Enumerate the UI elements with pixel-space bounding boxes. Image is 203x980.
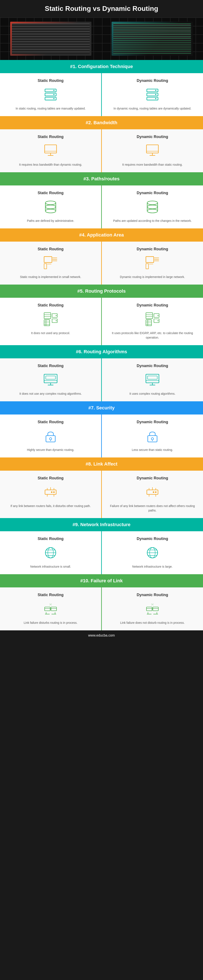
svg-rect-75 xyxy=(147,376,157,379)
svg-point-25 xyxy=(147,201,158,205)
svg-rect-35 xyxy=(47,264,51,264)
svg-point-4 xyxy=(53,94,54,95)
static-icon-6 xyxy=(42,371,59,388)
static-title-10: Static Routing xyxy=(38,593,63,597)
static-icon-1 xyxy=(42,86,59,103)
static-text-3: Paths are defined by administrative. xyxy=(27,219,75,223)
dynamic-col-8: Dynamic Routing Failure of any link betw… xyxy=(102,471,203,518)
comparison-row-5: Static Routing It does not used any prot… xyxy=(0,298,203,345)
static-title-4: Static Routing xyxy=(38,247,63,251)
section-header-2: #2. Bandwidth xyxy=(0,116,203,129)
comparison-row-8: Static Routing If any link between route… xyxy=(0,471,203,518)
static-col-2: Static Routing It requires less bandwidt… xyxy=(0,129,102,172)
dynamic-col-1: Dynamic Routing In dynamic routing, rout… xyxy=(102,73,203,116)
section-header-8: #8. Link Affect xyxy=(0,457,203,471)
svg-rect-120 xyxy=(146,607,152,611)
comparison-row-10: Static Routing Link failure disturbs rou… xyxy=(0,587,203,630)
dynamic-col-9: Dynamic Routing Network infrastructure i… xyxy=(102,531,203,574)
dynamic-icon-4 xyxy=(144,255,161,272)
static-title-8: Static Routing xyxy=(38,476,63,480)
static-title-1: Static Routing xyxy=(38,78,63,83)
dynamic-icon-6 xyxy=(144,371,161,388)
svg-point-5 xyxy=(53,98,54,99)
static-col-10: Static Routing Link failure disturbs rou… xyxy=(0,587,102,630)
static-text-2: It requires less bandwidth than dynamic … xyxy=(19,162,82,167)
footer: www.educba.com xyxy=(0,630,203,641)
section-header-9: #9. Network Infrastructure xyxy=(0,518,203,531)
comparison-row-6: Static Routing It does not use any compl… xyxy=(0,358,203,401)
static-icon-7 xyxy=(42,428,59,444)
svg-point-117 xyxy=(50,608,52,610)
dynamic-icon-5 xyxy=(144,311,161,328)
svg-point-77 xyxy=(49,438,52,440)
svg-rect-41 xyxy=(149,264,153,264)
svg-point-129 xyxy=(152,608,154,610)
svg-point-89 xyxy=(51,491,52,493)
dynamic-col-4: Dynamic Routing Dynamic routing is imple… xyxy=(102,242,203,285)
svg-rect-42 xyxy=(44,313,51,318)
static-col-3: Static Routing Paths are defined by admi… xyxy=(0,185,102,228)
dynamic-text-8: Failure of any link between routers does… xyxy=(108,504,197,513)
svg-point-9 xyxy=(155,90,156,91)
dynamic-text-4: Dynamic routing is implemented in large … xyxy=(120,275,185,279)
svg-rect-2 xyxy=(45,97,56,100)
static-col-1: Static Routing In static routing, routin… xyxy=(0,73,102,116)
dynamic-title-1: Dynamic Routing xyxy=(137,78,168,83)
static-title-2: Static Routing xyxy=(38,135,63,139)
dynamic-title-10: Dynamic Routing xyxy=(137,593,168,597)
svg-point-29 xyxy=(147,205,158,209)
dynamic-icon-1 xyxy=(144,86,161,103)
svg-rect-122 xyxy=(153,607,159,611)
dynamic-icon-8 xyxy=(144,484,161,501)
dynamic-title-5: Dynamic Routing xyxy=(137,303,168,307)
svg-point-88 xyxy=(53,491,55,493)
dynamic-col-10: Dynamic Routing Link failure does not di… xyxy=(102,587,203,630)
static-text-1: In static routing, routing tables are ma… xyxy=(16,107,86,111)
static-icon-3 xyxy=(42,199,59,215)
section-header-6: #6. Routing Algorithms xyxy=(0,345,203,358)
svg-point-47 xyxy=(56,315,57,316)
svg-point-10 xyxy=(155,94,156,95)
svg-rect-53 xyxy=(44,320,49,326)
dynamic-text-6: It uses complex routing algorithms. xyxy=(130,391,175,396)
svg-point-48 xyxy=(56,320,57,321)
dynamic-title-9: Dynamic Routing xyxy=(137,536,168,541)
svg-point-60 xyxy=(157,320,159,321)
dynamic-text-5: It uses protocols like EIGRP, ARP, etc. … xyxy=(108,331,197,340)
dynamic-icon-10 xyxy=(144,600,161,617)
section-header-1: #1. Configuration Technique xyxy=(0,60,203,73)
static-col-8: Static Routing If any link between route… xyxy=(0,471,102,518)
svg-point-96 xyxy=(155,491,157,493)
svg-point-97 xyxy=(153,491,154,493)
static-icon-10 xyxy=(42,600,59,617)
svg-rect-65 xyxy=(146,320,151,326)
svg-rect-110 xyxy=(51,607,57,611)
svg-rect-71 xyxy=(146,374,159,383)
dynamic-col-6: Dynamic Routing It uses complex routing … xyxy=(102,358,203,401)
svg-rect-7 xyxy=(147,93,158,96)
static-title-9: Static Routing xyxy=(38,536,63,541)
hero-image xyxy=(0,18,203,60)
svg-rect-66 xyxy=(44,374,57,383)
svg-point-11 xyxy=(155,98,156,99)
header: Static Routing vs Dynamic Routing xyxy=(0,0,203,18)
dynamic-title-2: Dynamic Routing xyxy=(137,135,168,139)
svg-rect-31 xyxy=(44,264,46,269)
comparison-row-3: Static Routing Paths are defined by admi… xyxy=(0,185,203,228)
static-text-5: It does not used any protocol. xyxy=(31,331,70,336)
dynamic-text-7: Less secure than static routing. xyxy=(132,448,173,452)
dynamic-title-4: Dynamic Routing xyxy=(137,247,168,251)
dynamic-icon-2 xyxy=(144,142,161,159)
dynamic-icon-9 xyxy=(144,544,161,561)
dynamic-icon-7 xyxy=(144,428,161,444)
static-col-7: Static Routing Highly secure than dynami… xyxy=(0,415,102,457)
section-header-4: #4. Application Area xyxy=(0,228,203,242)
static-icon-4 xyxy=(42,255,59,272)
static-icon-5 xyxy=(42,311,59,328)
svg-rect-6 xyxy=(147,89,158,92)
page-title: Static Routing vs Dynamic Routing xyxy=(2,4,201,13)
static-title-6: Static Routing xyxy=(38,364,63,368)
sections-container: #1. Configuration TechniqueStatic Routin… xyxy=(0,60,203,630)
svg-point-3 xyxy=(53,90,54,91)
section-header-3: #3. Paths/routes xyxy=(0,172,203,185)
